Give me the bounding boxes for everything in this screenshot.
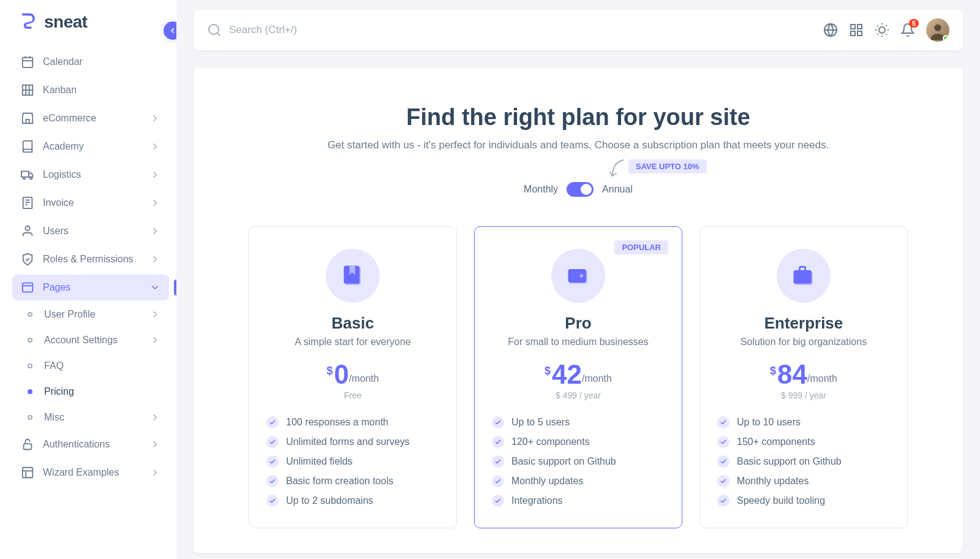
sidebar-subitem-pricing[interactable]: Pricing (12, 380, 169, 403)
price-note: Free (266, 390, 439, 400)
sidebar-subitem-label: Pricing (44, 386, 160, 397)
check-icon (492, 436, 504, 448)
plan-feature: Up to 2 subdomains (266, 491, 439, 511)
bullet-icon (28, 415, 32, 420)
sidebar-item-users[interactable]: Users (12, 218, 169, 244)
sidebar: sneat CalendarKanbaneCommerceAcademyLogi… (0, 0, 176, 559)
chevron-right-icon (149, 467, 160, 478)
sidebar-menu-bottom: AuthenticationsWizard Examples (12, 432, 169, 485)
chevron-right-icon (149, 309, 160, 320)
plan-price: $0/month (266, 361, 439, 388)
chevron-right-icon (149, 169, 160, 180)
plan-feature: Monthly updates (492, 471, 665, 491)
svg-rect-47 (800, 267, 805, 271)
status-online-icon (943, 35, 949, 42)
feature-text: Up to 5 users (511, 417, 570, 428)
sidebar-subitem-misc[interactable]: Misc (12, 406, 169, 429)
check-icon (717, 455, 729, 468)
sidebar-item-label: Pages (43, 282, 141, 293)
grid-icon (21, 83, 34, 97)
price-value: 0 (334, 361, 349, 388)
sidebar-item-label: Wizard Examples (43, 467, 141, 478)
toggle-thumb (581, 184, 592, 195)
invoice-icon (21, 196, 34, 210)
sidebar-item-label: Logistics (43, 169, 141, 180)
avatar[interactable] (926, 18, 949, 42)
feature-text: Monthly updates (511, 476, 583, 487)
sidebar-item-authentications[interactable]: Authentications (12, 432, 169, 457)
billing-toggle-switch[interactable] (567, 182, 594, 197)
sidebar-subitem-label: FAQ (44, 360, 160, 371)
search-input[interactable] (229, 24, 813, 36)
feature-text: Up to 2 subdomains (286, 495, 373, 506)
check-icon (492, 475, 504, 487)
brand-name: sneat (44, 12, 88, 32)
feature-text: Basic form creation tools (286, 476, 393, 487)
topbar: 5 (194, 10, 963, 50)
chevron-right-icon (149, 412, 160, 423)
plan-enterprise: EnterpriseSolution for big organizations… (699, 226, 908, 528)
sidebar-subitem-label: User Profile (44, 309, 141, 320)
sidebar-menu: CalendarKanbaneCommerceAcademyLogisticsI… (12, 49, 169, 300)
page-subtitle: Get started with us - it's perfect for i… (218, 139, 938, 151)
plan-icon (777, 249, 831, 303)
chevron-right-icon (149, 113, 160, 124)
sidebar-item-label: Calendar (43, 56, 160, 67)
save-badge-wrap: SAVE UPTO 10% (609, 159, 707, 180)
sidebar-subitem-label: Account Settings (44, 335, 141, 346)
plan-feature: Up to 10 users (717, 413, 890, 432)
sidebar-item-academy[interactable]: Academy (12, 134, 169, 159)
plan-basic: BasicA simple start for everyone$0/month… (249, 226, 457, 528)
price-period: /month (349, 373, 379, 384)
chevron-right-icon (149, 439, 160, 450)
topbar-actions: 5 (823, 18, 949, 42)
check-icon (492, 416, 504, 428)
check-icon (266, 416, 279, 428)
svg-point-9 (23, 177, 26, 180)
feature-text: Unlimited fields (286, 456, 352, 467)
sidebar-item-ecommerce[interactable]: eCommerce (12, 105, 169, 131)
svg-point-15 (25, 226, 29, 230)
sidebar-item-label: Kanban (43, 85, 160, 96)
language-icon[interactable] (823, 23, 838, 37)
sidebar-item-calendar[interactable]: Calendar (12, 49, 169, 75)
sidebar-subitem-faq[interactable]: FAQ (12, 354, 169, 378)
svg-point-10 (30, 177, 32, 180)
sidebar-item-label: Academy (43, 141, 141, 152)
check-icon (266, 455, 279, 468)
chevron-right-icon (149, 226, 160, 237)
sidebar-subitem-user-profile[interactable]: User Profile (12, 303, 169, 326)
sidebar-item-logistics[interactable]: Logistics (12, 162, 169, 188)
price-value: 42 (552, 361, 582, 388)
calendar-icon (21, 55, 34, 69)
page-title: Find the right plan for your site (218, 104, 938, 131)
check-icon (492, 455, 504, 468)
plan-pro: POPULARProFor small to medium businesses… (474, 226, 682, 528)
user-icon (21, 224, 34, 238)
store-icon (21, 112, 34, 125)
feature-text: Unlimited forms and surveys (286, 436, 410, 447)
sidebar-subitem-account-settings[interactable]: Account Settings (12, 329, 169, 352)
sidebar-item-label: eCommerce (43, 113, 141, 124)
book-icon (21, 140, 34, 153)
annual-label[interactable]: Annual (602, 184, 633, 195)
plan-feature: 100 responses a month (266, 413, 439, 432)
notifications-button[interactable]: 5 (900, 23, 915, 37)
sidebar-item-roles-permissions[interactable]: Roles & Permissions (12, 246, 169, 272)
sidebar-item-invoice[interactable]: Invoice (12, 190, 169, 216)
brand[interactable]: sneat (12, 12, 169, 32)
feature-text: Basic support on Github (737, 456, 842, 467)
sidebar-item-wizard-examples[interactable]: Wizard Examples (12, 460, 169, 485)
search[interactable] (207, 23, 813, 37)
billing-toggle: SAVE UPTO 10% Monthly Annual (218, 182, 938, 197)
apps-grid-icon[interactable] (849, 23, 864, 37)
sidebar-item-pages[interactable]: Pages (12, 275, 169, 300)
sidebar-collapse-button[interactable] (160, 18, 176, 43)
plan-features: 100 responses a monthUnlimited forms and… (266, 413, 439, 511)
check-icon (717, 416, 729, 428)
sidebar-item-label: Invoice (43, 197, 141, 208)
theme-icon[interactable] (875, 23, 889, 37)
sidebar-item-kanban[interactable]: Kanban (12, 77, 169, 103)
monthly-label[interactable]: Monthly (524, 184, 558, 195)
plan-feature: 150+ components (717, 432, 890, 452)
